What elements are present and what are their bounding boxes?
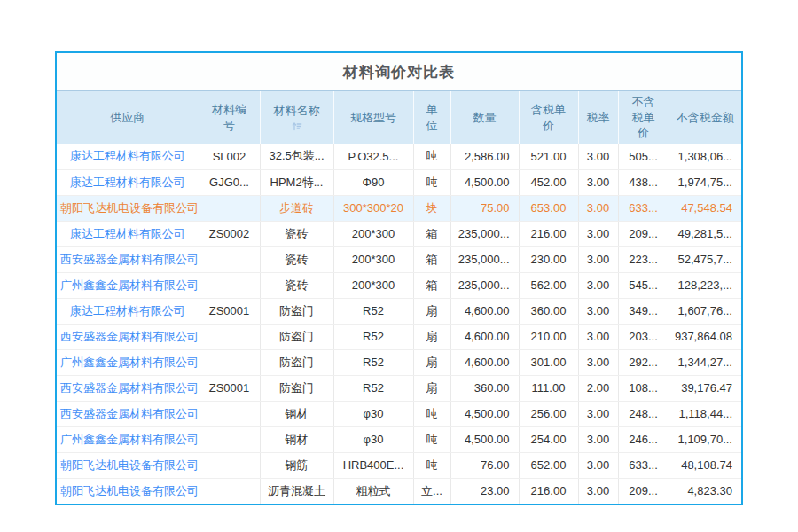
- cell-price-without-tax: 223...: [618, 246, 669, 272]
- table-row[interactable]: 广州鑫鑫金属材料有限公司防盗门R52扇4,600.00301.003.00292…: [57, 349, 741, 375]
- cell-price-with-tax: 521.00: [519, 144, 578, 169]
- cell-spec-model: 200*300: [333, 246, 413, 272]
- cell-tax-rate: 3.00: [578, 478, 618, 504]
- cell-material-code: [199, 452, 260, 478]
- cell-price-with-tax: 562.00: [519, 272, 578, 298]
- cell-supplier[interactable]: 西安盛器金属材料有限公司: [57, 246, 199, 272]
- cell-amount-without-tax: 47,548.54: [669, 195, 741, 221]
- cell-spec-model: HRB400E...: [333, 452, 413, 478]
- table-row[interactable]: 广州鑫鑫金属材料有限公司钢材φ30吨4,500.00254.003.00246.…: [57, 426, 741, 452]
- cell-material-name: HPM2特...: [260, 169, 333, 195]
- cell-spec-model: R52: [333, 298, 413, 324]
- cell-material-name: 沥青混凝土: [260, 478, 333, 504]
- column-header-quantity: 数量: [450, 91, 519, 144]
- cell-quantity: 4,600.00: [450, 349, 519, 375]
- cell-amount-without-tax: 39,176.47: [669, 375, 741, 401]
- cell-supplier[interactable]: 广州鑫鑫金属材料有限公司: [57, 272, 199, 298]
- cell-tax-rate: 3.00: [578, 349, 618, 375]
- table-row[interactable]: 西安盛器金属材料有限公司防盗门R52扇4,600.00210.003.00203…: [57, 324, 741, 349]
- column-header-label: 不含 税单 价: [632, 94, 655, 141]
- table-row[interactable]: 康达工程材料有限公司GJG0...HPM2特...Φ90吨4,500.00452…: [57, 169, 741, 195]
- cell-price-with-tax: 254.00: [519, 426, 578, 452]
- cell-quantity: 4,500.00: [450, 169, 519, 195]
- cell-material-code: ZS0001: [199, 375, 260, 401]
- table-row[interactable]: 康达工程材料有限公司ZS0001防盗门R52扇4,600.00360.003.0…: [57, 298, 741, 324]
- cell-material-name: 防盗门: [260, 298, 333, 324]
- cell-supplier[interactable]: 广州鑫鑫金属材料有限公司: [57, 349, 199, 375]
- cell-unit: 箱: [413, 221, 450, 246]
- cell-tax-rate: 3.00: [578, 401, 618, 426]
- cell-supplier[interactable]: 康达工程材料有限公司: [57, 169, 199, 195]
- cell-amount-without-tax: 1,344,27...: [669, 349, 741, 375]
- cell-material-code: ZS0002: [199, 221, 260, 246]
- cell-material-name: 防盗门: [260, 375, 333, 401]
- cell-material-name: 瓷砖: [260, 272, 333, 298]
- table-row[interactable]: 西安盛器金属材料有限公司钢材φ30吨4,500.00256.003.00248.…: [57, 401, 741, 426]
- column-header-label: 单 位: [426, 102, 438, 133]
- cell-unit: 吨: [413, 426, 450, 452]
- table-row[interactable]: 康达工程材料有限公司SL00232.5包装...P.O32.5...吨2,586…: [57, 144, 741, 169]
- table-body: 康达工程材料有限公司SL00232.5包装...P.O32.5...吨2,586…: [57, 144, 741, 504]
- cell-material-code: [199, 401, 260, 426]
- cell-spec-model: P.O32.5...: [333, 144, 413, 169]
- cell-supplier[interactable]: 广州鑫鑫金属材料有限公司: [57, 426, 199, 452]
- column-header-label: 含税单 价: [531, 102, 566, 133]
- cell-supplier[interactable]: 康达工程材料有限公司: [57, 144, 199, 169]
- cell-quantity: 4,600.00: [450, 324, 519, 349]
- cell-spec-model: R52: [333, 349, 413, 375]
- cell-price-without-tax: 505...: [618, 144, 669, 169]
- cell-supplier[interactable]: 西安盛器金属材料有限公司: [57, 375, 199, 401]
- cell-material-code: [199, 272, 260, 298]
- column-header-material-name[interactable]: 材料名称: [260, 91, 333, 144]
- cell-supplier[interactable]: 朝阳飞达机电设备有限公司: [57, 452, 199, 478]
- cell-price-without-tax: 633...: [618, 195, 669, 221]
- cell-material-name: 步道砖: [260, 195, 333, 221]
- cell-material-name: 防盗门: [260, 349, 333, 375]
- table-row[interactable]: 朝阳飞达机电设备有限公司钢筋HRB400E...吨76.00652.003.00…: [57, 452, 741, 478]
- cell-material-name: 瓷砖: [260, 221, 333, 246]
- sort-amount-icon[interactable]: [262, 119, 332, 132]
- column-header-label: 材料名称: [274, 103, 320, 119]
- cell-supplier[interactable]: 康达工程材料有限公司: [57, 298, 199, 324]
- cell-price-without-tax: 349...: [618, 298, 669, 324]
- cell-material-name: 钢材: [260, 401, 333, 426]
- cell-price-without-tax: 209...: [618, 221, 669, 246]
- table-row[interactable]: 广州鑫鑫金属材料有限公司瓷砖200*300箱235,000...562.003.…: [57, 272, 741, 298]
- cell-unit: 吨: [413, 401, 450, 426]
- cell-amount-without-tax: 1,308,06...: [669, 144, 741, 169]
- cell-price-without-tax: 248...: [618, 401, 669, 426]
- cell-amount-without-tax: 49,281,5...: [669, 221, 741, 246]
- cell-material-code: GJG0...: [199, 169, 260, 195]
- cell-tax-rate: 3.00: [578, 452, 618, 478]
- column-header-unit: 单 位: [413, 91, 450, 144]
- cell-price-with-tax: 652.00: [519, 452, 578, 478]
- cell-supplier[interactable]: 朝阳飞达机电设备有限公司: [57, 478, 199, 504]
- cell-price-with-tax: 216.00: [519, 478, 578, 504]
- cell-material-code: [199, 195, 260, 221]
- table-row[interactable]: 朝阳飞达机电设备有限公司步道砖300*300*20块75.00653.003.0…: [57, 195, 741, 221]
- cell-unit: 立...: [413, 478, 450, 504]
- cell-supplier[interactable]: 西安盛器金属材料有限公司: [57, 401, 199, 426]
- cell-supplier[interactable]: 康达工程材料有限公司: [57, 221, 199, 246]
- table-row[interactable]: 朝阳飞达机电设备有限公司沥青混凝土粗粒式立...23.00216.003.002…: [57, 478, 741, 504]
- column-header-tax-rate: 税率: [578, 91, 618, 144]
- table-row[interactable]: 西安盛器金属材料有限公司瓷砖200*300箱235,000...230.003.…: [57, 246, 741, 272]
- cell-material-code: ZS0001: [199, 298, 260, 324]
- cell-tax-rate: 3.00: [578, 272, 618, 298]
- cell-material-code: [199, 324, 260, 349]
- cell-quantity: 2,586.00: [450, 144, 519, 169]
- cell-price-without-tax: 108...: [618, 375, 669, 401]
- cell-price-without-tax: 203...: [618, 324, 669, 349]
- cell-unit: 块: [413, 195, 450, 221]
- cell-price-without-tax: 545...: [618, 272, 669, 298]
- cell-spec-model: 200*300: [333, 221, 413, 246]
- table-row[interactable]: 西安盛器金属材料有限公司ZS0001防盗门R52扇360.00111.002.0…: [57, 375, 741, 401]
- table-row[interactable]: 康达工程材料有限公司ZS0002瓷砖200*300箱235,000...216.…: [57, 221, 741, 246]
- cell-unit: 箱: [413, 246, 450, 272]
- cell-quantity: 4,500.00: [450, 426, 519, 452]
- cell-supplier[interactable]: 西安盛器金属材料有限公司: [57, 324, 199, 349]
- cell-material-code: [199, 478, 260, 504]
- column-header-material-code: 材料编 号: [199, 91, 260, 144]
- cell-tax-rate: 3.00: [578, 144, 618, 169]
- cell-supplier[interactable]: 朝阳飞达机电设备有限公司: [57, 195, 199, 221]
